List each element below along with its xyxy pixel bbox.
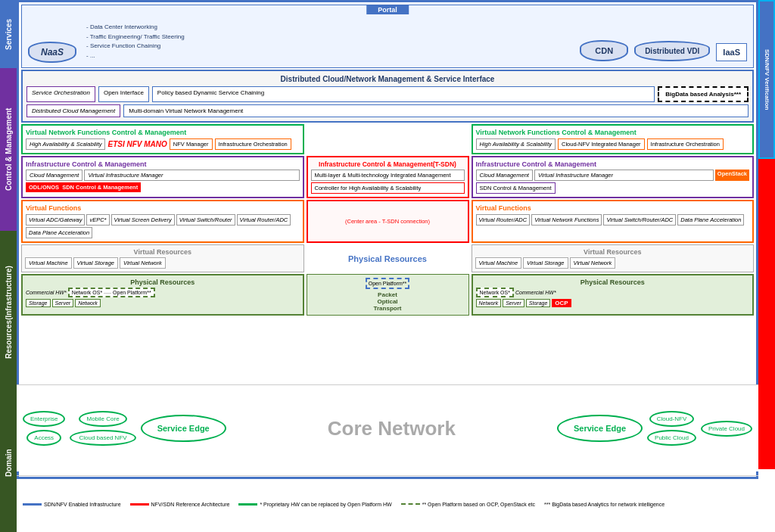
vres-left-boxes: Virtual Machine Virtual Storage Virtual … bbox=[25, 257, 300, 269]
infra-orch-right: Infrastructure Orchestration bbox=[647, 138, 724, 150]
infra-right-title: Infrastructure Control & Management bbox=[476, 160, 750, 168]
network-left: Network bbox=[75, 299, 101, 307]
vnf-control-right: Virtual Network Functions Control & Mana… bbox=[472, 124, 755, 154]
cloud-nfv-integrated: Cloud-NFV Integrated Manager bbox=[558, 138, 645, 150]
vnf-right-title: Virtual Network Functions Control & Mana… bbox=[476, 129, 750, 136]
storage-right: Storage bbox=[526, 299, 551, 307]
vf-right-boxes: Virtual Router/ADC Virtual Network Funct… bbox=[476, 214, 750, 226]
management-layer: Distributed Cloud/Network Management & S… bbox=[21, 70, 754, 123]
server-left: Server bbox=[52, 299, 74, 307]
service-orchestration-box: Service Orchestration bbox=[26, 86, 95, 102]
infra-left-boxes: Cloud Management Virtual Infrastructure … bbox=[26, 170, 300, 181]
commercial-hw-right: Commercial HW* bbox=[515, 290, 556, 295]
vf-data-plane-r: Data Plane Acceleration bbox=[677, 214, 744, 226]
resources-label: Resources(Infrastructure) bbox=[0, 231, 17, 394]
phys-right-title: Physical Resources bbox=[476, 278, 750, 286]
phys-left-title: Physical Resources bbox=[26, 278, 300, 286]
vstorage-left: Virtual Storage bbox=[73, 257, 118, 269]
physical-resources-row: Physical Resources Commercial HW* Networ… bbox=[21, 274, 754, 316]
vnf-control-row: Virtual Network Functions Control & Mana… bbox=[21, 124, 754, 154]
virt-infra-right: Virtual Infrastructure Manager bbox=[534, 170, 714, 181]
high-avail-left: High Availability & Scalability bbox=[26, 138, 105, 150]
iaas-box: IaaS bbox=[716, 43, 747, 61]
vres-right-boxes: Virtual Machine Virtual Storage Virtual … bbox=[475, 257, 751, 269]
phys-right-devices: Network Server Storage OCP bbox=[476, 299, 750, 307]
public-cloud-cloud: Public Cloud bbox=[647, 430, 696, 446]
services-layer: Portal NaaS - Data Center Interworking -… bbox=[21, 5, 754, 68]
management-inner: Service Orchestration Open Interface Pol… bbox=[26, 86, 749, 102]
vnf-left-boxes: High Availability & Scalability ETSI NFV… bbox=[26, 138, 300, 150]
vnf-right-boxes: High Availability & Scalability Cloud-NF… bbox=[476, 138, 750, 150]
nfv-manager-box: NFV Manager bbox=[170, 138, 213, 150]
virt-infra-left: Virtual Infrastructure Manager bbox=[84, 170, 299, 181]
vf-left-boxes: Virtual ADC/Gateway vEPC* Virtual Screen… bbox=[26, 214, 300, 238]
cdn-cloud: CDN bbox=[580, 40, 628, 61]
ocp-label: OCP bbox=[552, 299, 571, 307]
legend-line-4 bbox=[401, 503, 420, 506]
controller-box: Controller for High Availability & Scala… bbox=[311, 182, 465, 194]
network-os-left: Network OS* ----- Open Platform** bbox=[68, 288, 155, 297]
domain-mobile-clouds: Mobile Core Cloud based NFV bbox=[70, 411, 135, 446]
vres-left: Virtual Resources Virtual Machine Virtua… bbox=[21, 244, 304, 272]
vm-left: Virtual Machine bbox=[25, 257, 72, 269]
service-items: - Data Center Interworking - Traffic Eng… bbox=[86, 23, 185, 61]
phys-right: Physical Resources Network OS* Commercia… bbox=[472, 274, 755, 316]
control-label: Control & Management bbox=[0, 68, 17, 231]
open-interface-box: Open Interface bbox=[98, 86, 149, 102]
phys-left: Physical Resources Commercial HW* Networ… bbox=[21, 274, 304, 316]
vnf-center-spacer bbox=[307, 124, 469, 154]
infra-center-title: Infrastructure Control & Management(T-SD… bbox=[311, 160, 465, 168]
virtual-resources-row: Virtual Resources Virtual Machine Virtua… bbox=[21, 244, 754, 272]
infra-left-title: Infrastructure Control & Management bbox=[26, 160, 300, 168]
vnetwork-right: Virtual Network bbox=[570, 257, 616, 269]
legend-line-2 bbox=[130, 503, 149, 506]
network-right: Network bbox=[476, 299, 502, 307]
vf-data-plane: Data Plane Acceleration bbox=[26, 227, 92, 238]
server-right: Server bbox=[503, 299, 524, 307]
phys-res-center-label: Physical Resources bbox=[307, 244, 469, 272]
mobile-core-cloud: Mobile Core bbox=[79, 411, 126, 427]
phys-left-inner: Commercial HW* Network OS* ----- Open Pl… bbox=[26, 288, 300, 297]
domain-layer: Enterprise Access Mobile Core Cloud base… bbox=[17, 384, 758, 471]
portal-label: Portal bbox=[366, 5, 409, 14]
red-right-bar bbox=[758, 159, 775, 469]
legend-line-3 bbox=[238, 503, 257, 506]
service-edge-left-cloud: Service Edge bbox=[141, 415, 226, 442]
naas-section: NaaS bbox=[28, 42, 76, 63]
cloud-nfv-cloud: Cloud-NFV bbox=[649, 411, 695, 427]
vres-right: Virtual Resources Virtual Machine Virtua… bbox=[472, 244, 755, 272]
enterprise-cloud: Enterprise bbox=[23, 411, 65, 427]
bigdata-box: BigData based Analysis*** bbox=[658, 86, 749, 102]
management-title: Distributed Cloud/Network Management & S… bbox=[26, 75, 749, 83]
vf-router-adc: Virtual Router/ADC bbox=[237, 214, 291, 226]
services-label: Services bbox=[0, 0, 17, 68]
phys-left-devices: Storage Server Network bbox=[26, 299, 300, 307]
multi-domain-box: Multi-domain Virtual Network Management bbox=[123, 104, 749, 117]
packet-optical-transport: Packet Optical Transport bbox=[310, 291, 465, 312]
vf-router-adc-r: Virtual Router/ADC bbox=[476, 214, 531, 226]
vres-left-title: Virtual Resources bbox=[25, 248, 300, 256]
sdn-right: SDN Control & Management bbox=[476, 182, 556, 194]
domain-label: Domain bbox=[0, 394, 17, 532]
legend-item-2: NFV/SDN Reference Architecture bbox=[130, 502, 230, 507]
vnetwork-left: Virtual Network bbox=[120, 257, 166, 269]
infra-right-boxes: Cloud Management Virtual Infrastructure … bbox=[476, 170, 750, 181]
naas-cloud: NaaS bbox=[28, 42, 76, 63]
infra-control-left: Infrastructure Control & Management Clou… bbox=[21, 156, 304, 198]
vf-adc-gateway: Virtual ADC/Gateway bbox=[26, 214, 85, 226]
vm-right: Virtual Machine bbox=[475, 257, 522, 269]
vf-right: Virtual Functions Virtual Router/ADC Vir… bbox=[472, 200, 755, 243]
commercial-hw-left: Commercial HW* bbox=[26, 290, 67, 295]
network-os-right: Network OS* bbox=[476, 288, 514, 297]
policy-based-box: Policy based Dynamic Service Chaining bbox=[152, 86, 655, 102]
vf-left-title: Virtual Functions bbox=[26, 204, 300, 212]
vstorage-right: Virtual Storage bbox=[523, 257, 568, 269]
infra-orch-left: Infrastructure Orchestration bbox=[215, 138, 291, 150]
etsi-nfv-label: ETSI NFV MANO bbox=[107, 140, 167, 148]
infra-control-right: Infrastructure Control & Management Clou… bbox=[472, 156, 755, 198]
left-sidebar: Services Control & Management Resources(… bbox=[0, 0, 17, 532]
phys-center: Open Platform** Packet Optical Transport bbox=[307, 274, 469, 316]
domain-right-clouds: Cloud-NFV Public Cloud bbox=[647, 411, 696, 446]
core-network-label: Core Network bbox=[328, 417, 456, 440]
virtual-functions-row: Virtual Functions Virtual ADC/Gateway vE… bbox=[21, 200, 754, 243]
